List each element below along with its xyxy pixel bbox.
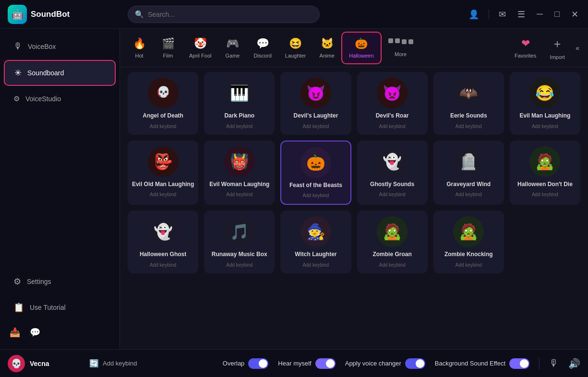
sound-witch-name: Witch Laughter bbox=[295, 251, 336, 259]
sidebar-item-label: Settings bbox=[27, 278, 51, 285]
hear-myself-label: Hear myself bbox=[278, 360, 311, 367]
sound-dark-piano-keybind[interactable]: Add keybind bbox=[226, 124, 252, 129]
discord-icon: 💬 bbox=[256, 37, 269, 50]
sound-card-graveyard-wind[interactable]: 🪦 Graveyard Wind Add keybind bbox=[433, 141, 504, 205]
apply-voice-changer-toggle-knob bbox=[416, 359, 424, 368]
sound-card-dark-piano[interactable]: 🎹 Dark Piano Add keybind bbox=[204, 72, 275, 135]
sound-runaway-keybind[interactable]: Add keybind bbox=[226, 262, 252, 268]
add-keybind-label: Add keybind bbox=[103, 360, 137, 367]
sound-devils-roar-keybind[interactable]: Add keybind bbox=[379, 124, 406, 129]
apply-voice-changer-label: Apply voice changer bbox=[345, 360, 401, 367]
minimize-button[interactable]: ─ bbox=[535, 7, 545, 21]
tab-halloween[interactable]: 🎃 Halloween bbox=[341, 32, 381, 64]
tab-more-label: More bbox=[395, 51, 407, 57]
add-keybind-action[interactable]: 🔄 Add keybind bbox=[89, 359, 137, 368]
sound-card-evil-woman[interactable]: 👹 Evil Woman Laughing Add keybind bbox=[204, 141, 275, 205]
sound-card-runaway-music-box[interactable]: 🎵 Runaway Music Box Add keybind bbox=[204, 211, 275, 273]
sound-zombie-groan-keybind[interactable]: Add keybind bbox=[379, 262, 406, 268]
tab-favorites-label: Favorites bbox=[515, 53, 536, 59]
sound-evil-man-keybind[interactable]: Add keybind bbox=[532, 124, 558, 129]
sound-zombie-knocking-keybind[interactable]: Add keybind bbox=[456, 262, 482, 268]
sidebar-item-voicebox[interactable]: 🎙 VoiceBox bbox=[4, 35, 116, 58]
sound-runaway-name: Runaway Music Box bbox=[212, 251, 267, 259]
tab-import[interactable]: ＋ Import bbox=[543, 31, 572, 65]
chat-icon[interactable]: 💬 bbox=[30, 327, 40, 338]
divider bbox=[489, 10, 489, 19]
sound-feast-keybind[interactable]: Add keybind bbox=[302, 193, 329, 198]
settings-icon: ⚙ bbox=[13, 276, 21, 287]
sound-card-halloween-ghost[interactable]: 👻 Halloween Ghost Add keybind bbox=[128, 211, 198, 273]
sound-card-zombie-groan[interactable]: 🧟 Zombie Groan Add keybind bbox=[357, 211, 428, 273]
apply-voice-changer-toggle[interactable] bbox=[405, 358, 425, 369]
sound-card-angel-of-death[interactable]: 💀 Angel of Death Add keybind bbox=[128, 72, 198, 135]
profile-icon[interactable]: 👤 bbox=[467, 7, 481, 22]
sound-angel-of-death-keybind[interactable]: Add keybind bbox=[150, 124, 176, 129]
sound-ghostly-keybind[interactable]: Add keybind bbox=[379, 192, 406, 197]
search-bar[interactable]: 🔍 bbox=[128, 6, 320, 23]
sound-halloween-dont-die-keybind[interactable]: Add keybind bbox=[532, 192, 558, 197]
sound-card-halloween-dont-die[interactable]: 🧟 Halloween Don't Die Add keybind bbox=[510, 141, 580, 205]
mail-icon[interactable]: ✉ bbox=[497, 7, 508, 22]
sidebar: 🎙 VoiceBox ✳ Soundboard ⚙ VoiceStudio ⚙ … bbox=[0, 29, 120, 349]
sidebar-item-soundboard[interactable]: ✳ Soundboard bbox=[4, 60, 116, 86]
sound-eerie-sounds-keybind[interactable]: Add keybind bbox=[456, 124, 482, 129]
close-button[interactable]: ✕ bbox=[569, 7, 580, 22]
sound-devils-roar-name: Devil's Roar bbox=[376, 112, 409, 120]
anime-icon: 🐱 bbox=[321, 37, 334, 50]
import-tab-icon: ＋ bbox=[552, 36, 563, 51]
sound-evil-woman-keybind[interactable]: Add keybind bbox=[226, 192, 252, 197]
tab-anime[interactable]: 🐱 Anime bbox=[312, 33, 341, 63]
sound-graveyard-keybind[interactable]: Add keybind bbox=[456, 192, 482, 197]
sound-card-feast-of-beasts[interactable]: 🎃 Feast of the Beasts Add keybind bbox=[280, 141, 351, 205]
sound-witch-keybind[interactable]: Add keybind bbox=[302, 262, 329, 268]
sound-card-ghostly-sounds[interactable]: 👻 Ghostly Sounds Add keybind bbox=[357, 141, 428, 205]
tab-discord-label: Discord bbox=[253, 53, 271, 59]
overlap-toggle[interactable] bbox=[248, 358, 268, 369]
sound-card-eerie-sounds[interactable]: 🦇 Eerie Sounds Add keybind bbox=[433, 72, 504, 135]
tab-more[interactable]: More bbox=[382, 34, 420, 62]
titlebar: 🤖 SoundBot 🔍 👤 ✉ ☰ ─ □ ✕ bbox=[0, 0, 588, 29]
tab-laughter[interactable]: 😆 Laughter bbox=[278, 33, 312, 63]
titlebar-controls: 👤 ✉ ☰ ─ □ ✕ bbox=[467, 7, 580, 22]
import-icon[interactable]: 📥 bbox=[10, 327, 20, 338]
user-avatar: 💀 bbox=[8, 355, 25, 372]
hear-myself-toggle[interactable] bbox=[315, 358, 336, 369]
tab-hot[interactable]: 🔥 Hot bbox=[125, 33, 154, 63]
background-sound-toggle[interactable] bbox=[509, 358, 529, 369]
sound-grid: 💀 Angel of Death Add keybind 🎹 Dark Pian… bbox=[128, 72, 580, 273]
sound-card-witch-laughter[interactable]: 🧙 Witch Laughter Add keybind bbox=[280, 211, 351, 273]
tab-laughter-label: Laughter bbox=[285, 53, 306, 59]
bottom-bar: 💀 Vecna 🔄 Add keybind Overlap Hear mysel… bbox=[0, 349, 588, 377]
sound-card-evil-old-man[interactable]: 👺 Evil Old Man Laughing Add keybind bbox=[128, 141, 198, 205]
sidebar-item-voicestudio[interactable]: ⚙ VoiceStudio bbox=[4, 88, 116, 110]
sound-card-zombie-knocking[interactable]: 🧟 Zombie Knocking Add keybind bbox=[433, 211, 504, 273]
search-input[interactable] bbox=[148, 11, 312, 18]
overlap-toggle-knob bbox=[259, 359, 267, 368]
tab-discord[interactable]: 💬 Discord bbox=[247, 33, 278, 63]
collapse-button[interactable]: « bbox=[576, 44, 579, 52]
sound-card-devils-laughter[interactable]: 😈 Devil's Laughter Add keybind bbox=[280, 72, 351, 135]
volume-icon[interactable]: 🔊 bbox=[568, 358, 580, 369]
sound-evil-old-man-keybind[interactable]: Add keybind bbox=[150, 192, 176, 197]
microphone-icon[interactable]: 🎙 bbox=[549, 358, 559, 369]
april-fool-icon: 🤡 bbox=[194, 37, 207, 50]
soundboard-icon: ✳ bbox=[14, 68, 22, 78]
halloween-icon: 🎃 bbox=[355, 37, 368, 50]
tab-film[interactable]: 🎬 Film bbox=[154, 33, 182, 63]
apply-voice-changer-toggle-group: Apply voice changer bbox=[345, 358, 425, 369]
sound-card-devils-roar[interactable]: 👿 Devil's Roar Add keybind bbox=[357, 72, 428, 135]
menu-icon[interactable]: ☰ bbox=[516, 7, 527, 22]
sidebar-item-tutorial[interactable]: 📋 Use Tutorial bbox=[4, 295, 116, 319]
sound-graveyard-name: Graveyard Wind bbox=[446, 181, 491, 188]
tab-april-fool[interactable]: 🤡 April Fool bbox=[182, 33, 218, 63]
sound-card-evil-man-laughing[interactable]: 😂 Evil Man Laughing Add keybind bbox=[510, 72, 580, 135]
sidebar-item-settings[interactable]: ⚙ Settings bbox=[4, 270, 116, 294]
sound-devils-laughter-keybind[interactable]: Add keybind bbox=[302, 124, 329, 129]
sound-halloween-ghost-keybind[interactable]: Add keybind bbox=[150, 262, 176, 268]
tab-game[interactable]: 🎮 Game bbox=[218, 33, 247, 63]
sound-feast-name: Feast of the Beasts bbox=[289, 182, 342, 189]
film-icon: 🎬 bbox=[162, 37, 175, 50]
sound-angel-of-death-name: Angel of Death bbox=[143, 112, 183, 120]
maximize-button[interactable]: □ bbox=[552, 7, 562, 21]
tab-favorites[interactable]: ❤ Favorites bbox=[508, 33, 543, 63]
